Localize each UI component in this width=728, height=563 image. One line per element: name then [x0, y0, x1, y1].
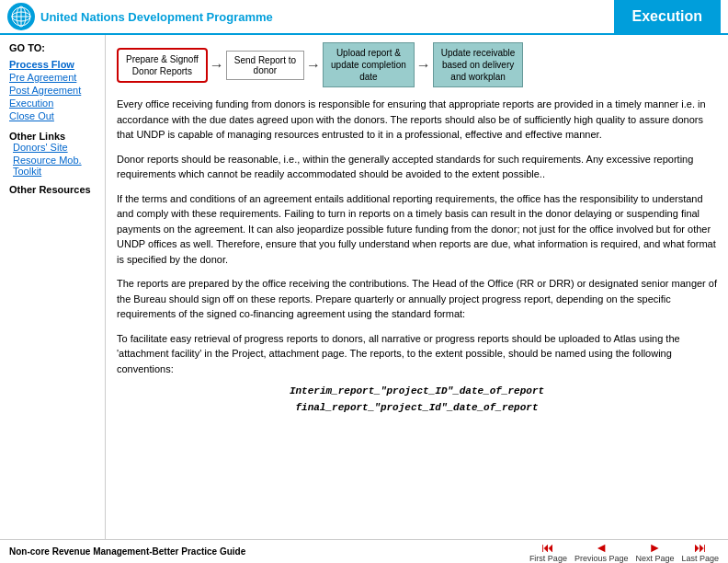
content-area: Prepare & SignoffDonor Reports → Send Re… [106, 35, 728, 539]
footer-guide-label: Non-core Revenue Management-Better Pract… [9, 546, 245, 557]
sidebar: GO TO: Process Flow Pre Agreement Post A… [0, 35, 106, 539]
next-page-icon: ► [649, 541, 662, 554]
flow-step-4: Update receivablebased on deliveryand wo… [433, 42, 524, 87]
previous-page-icon: ◄ [595, 541, 608, 554]
footer: Non-core Revenue Management-Better Pract… [0, 539, 728, 563]
org-name: United Nations Development Programme [40, 10, 273, 24]
body-paragraph-2: Donor reports should be reasonable, i.e.… [117, 152, 717, 182]
previous-page-label: Previous Page [574, 554, 629, 563]
sidebar-item-resource-mob[interactable]: Resource Mob. Toolkit [13, 155, 96, 177]
convention-1: Interim_report_"project_ID"_date_of_repo… [117, 385, 717, 396]
process-flow: Prepare & SignoffDonor Reports → Send Re… [117, 42, 717, 87]
logo-area: United Nations Development Programme [7, 3, 273, 30]
next-page-button[interactable]: ► Next Page [635, 541, 674, 563]
previous-page-button[interactable]: ◄ Previous Page [574, 541, 629, 563]
body-paragraph-4: The reports are prepared by the office r… [117, 276, 717, 322]
sidebar-item-pre-agreement[interactable]: Pre Agreement [9, 72, 96, 83]
next-page-label: Next Page [635, 554, 674, 563]
sidebar-item-execution[interactable]: Execution [9, 98, 96, 109]
other-resources-label: Other Resources [9, 184, 96, 195]
other-links-label: Other Links [9, 131, 96, 142]
footer-nav: ⏮ First Page ◄ Previous Page ► Next Page… [529, 541, 719, 563]
sidebar-item-post-agreement[interactable]: Post Agreement [9, 85, 96, 96]
flow-step-2: Send Report todonor [226, 51, 304, 80]
last-page-label: Last Page [681, 554, 719, 563]
page-title: Execution [614, 0, 721, 34]
convention-2: final_report_"project_Id"_date_of_report [117, 402, 717, 413]
last-page-icon: ⏭ [694, 541, 707, 554]
first-page-label: First Page [529, 554, 567, 563]
flow-step-1: Prepare & SignoffDonor Reports [117, 48, 208, 83]
sidebar-item-process-flow[interactable]: Process Flow [9, 59, 96, 70]
goto-label: GO TO: [9, 42, 96, 53]
body-paragraph-3: If the terms and conditions of an agreem… [117, 191, 717, 268]
first-page-button[interactable]: ⏮ First Page [529, 541, 567, 563]
body-paragraph-5: To facilitate easy retrieval of progress… [117, 331, 717, 377]
main-area: GO TO: Process Flow Pre Agreement Post A… [0, 35, 728, 539]
flow-arrow-2: → [306, 57, 321, 74]
flow-arrow-3: → [416, 57, 431, 74]
sidebar-item-close-out[interactable]: Close Out [9, 110, 96, 121]
last-page-button[interactable]: ⏭ Last Page [681, 541, 719, 563]
first-page-icon: ⏮ [541, 541, 554, 554]
header: United Nations Development Programme Exe… [0, 0, 728, 35]
flow-step-3: Upload report &update completiondate [323, 42, 415, 87]
flow-arrow-1: → [210, 57, 224, 74]
un-logo-icon [7, 3, 35, 30]
body-paragraph-1: Every office receiving funding from dono… [117, 97, 717, 143]
sidebar-item-donors-site[interactable]: Donors' Site [13, 142, 96, 153]
